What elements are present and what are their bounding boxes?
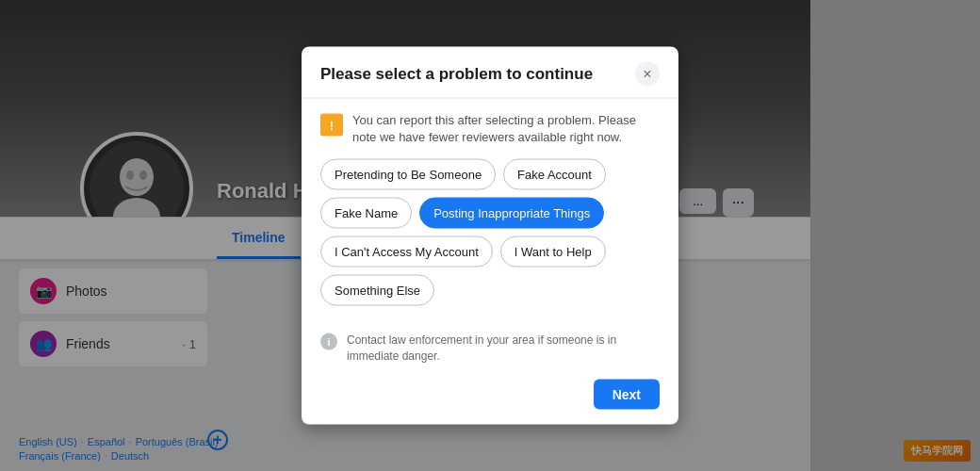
- next-button[interactable]: Next: [594, 379, 660, 409]
- notice-icon: !: [320, 114, 343, 137]
- option-pretending[interactable]: Pretending to Be Someone: [320, 159, 496, 190]
- modal-footer-note: i Contact law enforcement in your area i…: [302, 333, 678, 365]
- report-modal: Please select a problem to continue × ! …: [302, 47, 678, 425]
- modal-close-button[interactable]: ×: [635, 62, 660, 87]
- options-grid: Pretending to Be Someone Fake Account Fa…: [320, 159, 660, 306]
- option-fake-account[interactable]: Fake Account: [503, 159, 606, 190]
- modal-title: Please select a problem to continue: [320, 65, 593, 84]
- option-fake-name[interactable]: Fake Name: [320, 198, 412, 229]
- modal-notice: ! You can report this after selecting a …: [320, 112, 660, 146]
- option-want-to-help[interactable]: I Want to Help: [500, 236, 606, 268]
- modal-actions: Next: [302, 379, 678, 409]
- footer-info-icon: i: [320, 333, 337, 350]
- notice-text: You can report this after selecting a pr…: [352, 112, 660, 146]
- option-something-else[interactable]: Something Else: [320, 275, 434, 306]
- modal-header: Please select a problem to continue ×: [302, 47, 678, 99]
- modal-body: ! You can report this after selecting a …: [302, 99, 678, 333]
- option-posting-inappropriate[interactable]: Posting Inappropriate Things: [419, 198, 604, 229]
- option-cant-access[interactable]: I Can't Access My Account: [320, 236, 493, 268]
- footer-note-text: Contact law enforcement in your area if …: [347, 333, 660, 365]
